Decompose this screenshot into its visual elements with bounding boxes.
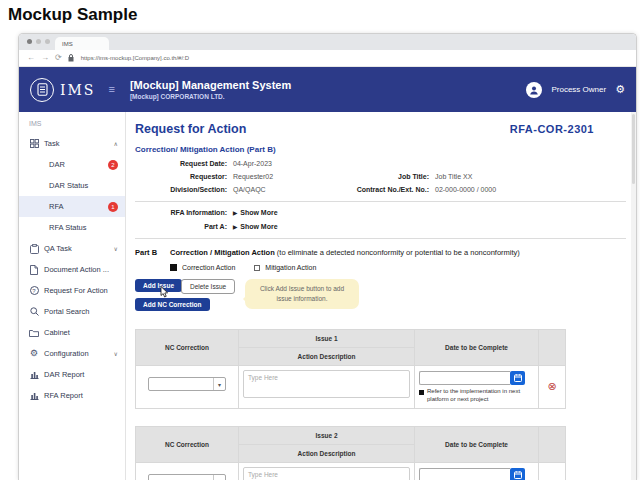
job-title-label: Job Title: bbox=[341, 173, 429, 180]
rfa-information-label: RFA Information: bbox=[135, 209, 227, 216]
user-avatar[interactable] bbox=[526, 82, 542, 98]
mouse-cursor-icon bbox=[160, 286, 169, 298]
sidebar: IMS Task ∧ DAR 2 DAR Status RFA 1 RFA St… bbox=[19, 112, 126, 480]
sidebar-item-request-for-action[interactable]: ? Request For Action bbox=[19, 280, 125, 301]
refer-implementation-checkbox[interactable] bbox=[419, 390, 424, 395]
browser-tab[interactable]: IMS bbox=[55, 37, 109, 50]
sidebar-item-label: QA Task bbox=[44, 244, 72, 253]
action-description-input[interactable] bbox=[243, 370, 410, 398]
scrollbar[interactable] bbox=[631, 112, 636, 480]
tab-title: IMS bbox=[62, 41, 73, 47]
help-circle-icon: ? bbox=[29, 286, 39, 296]
window-dot[interactable] bbox=[27, 39, 32, 44]
hamburger-menu-icon[interactable]: ≡ bbox=[108, 84, 114, 95]
date-complete-column-header: Date to be Complete bbox=[415, 426, 539, 462]
tooltip-bubble: Click Add Issue button to add issue info… bbox=[245, 279, 359, 309]
field-row: Request Date: 04-Apr-2023 bbox=[135, 160, 626, 167]
sidebar-item-label: Document Action ... bbox=[44, 265, 109, 274]
requestor-label: Requestor: bbox=[135, 173, 227, 180]
folder-icon bbox=[29, 328, 39, 338]
sidebar-item-label: DAR Status bbox=[49, 181, 88, 190]
show-more-label: Show More bbox=[240, 209, 277, 216]
date-complete-column-header: Date to be Complete bbox=[415, 330, 539, 366]
reload-icon[interactable]: ⟳ bbox=[55, 54, 62, 62]
calendar-icon bbox=[514, 471, 522, 479]
chevron-down-icon: ∨ bbox=[114, 350, 118, 357]
collapsed-row: RFA Information: ▶ Show More bbox=[135, 209, 626, 216]
contract-value: 02-000-0000 / 0000 bbox=[435, 186, 496, 193]
calendar-icon bbox=[514, 374, 522, 382]
chevron-down-icon: ∨ bbox=[114, 245, 118, 252]
forward-icon[interactable]: → bbox=[41, 54, 49, 62]
part-a-show-more[interactable]: ▶ Show More bbox=[233, 223, 278, 230]
issue-1-row: ▾ bbox=[136, 366, 566, 409]
scrollbar-thumb[interactable] bbox=[632, 114, 635, 184]
sidebar-item-qa-task[interactable]: QA Task ∨ bbox=[19, 238, 125, 259]
refer-implementation-note: Refer to the implementation in next plat… bbox=[427, 388, 534, 404]
sidebar-item-dar-status[interactable]: DAR Status bbox=[19, 175, 125, 196]
bar-chart-icon bbox=[29, 370, 39, 380]
rfa-info-show-more[interactable]: ▶ Show More bbox=[233, 209, 278, 216]
url-text[interactable]: https://ims-mockup.[Company].co.th/#/:D bbox=[81, 55, 189, 61]
date-complete-input[interactable] bbox=[419, 468, 510, 480]
sidebar-item-label: Task bbox=[44, 139, 59, 148]
play-icon: ▶ bbox=[233, 224, 237, 230]
sidebar-item-rfa[interactable]: RFA 1 bbox=[19, 196, 125, 217]
nc-correction-column-header: NC Correction bbox=[136, 330, 239, 366]
gear-icon: ⚙ bbox=[29, 349, 39, 359]
sidebar-item-portal-search[interactable]: Portal Search bbox=[19, 301, 125, 322]
sidebar-item-document-action[interactable]: Document Action ... bbox=[19, 259, 125, 280]
app-titleblock: [Mockup] Management System [Mockup] CORP… bbox=[130, 79, 291, 100]
sidebar-item-label: RFA bbox=[49, 202, 64, 211]
sidebar-section-label: IMS bbox=[19, 117, 125, 133]
window-dot[interactable] bbox=[45, 39, 50, 44]
notification-badge: 1 bbox=[108, 202, 118, 212]
settings-gear-icon[interactable]: ⚙ bbox=[615, 84, 625, 95]
add-nc-correction-button[interactable]: Add NC Correction bbox=[135, 298, 210, 311]
lock-icon bbox=[68, 54, 74, 62]
sidebar-item-label: Request For Action bbox=[44, 286, 108, 295]
issue-1-table: NC Correction Issue 1 Date to be Complet… bbox=[135, 329, 566, 409]
collapsed-row: Part A: ▶ Show More bbox=[135, 223, 626, 230]
sidebar-item-configuration[interactable]: ⚙ Configuration ∨ bbox=[19, 343, 125, 364]
part-b-heading: Correction / Mitigation Action bbox=[170, 248, 275, 257]
user-role-label[interactable]: Process Owner bbox=[551, 85, 606, 94]
window-controls[interactable] bbox=[27, 39, 50, 44]
grid-icon bbox=[29, 139, 39, 149]
correction-action-checkbox[interactable] bbox=[170, 264, 177, 271]
sidebar-item-label: Portal Search bbox=[44, 307, 89, 316]
sidebar-item-rfa-report[interactable]: RFA Report bbox=[19, 385, 125, 406]
app-header: IMS ≡ [Mockup] Management System [Mockup… bbox=[19, 67, 636, 112]
back-icon[interactable]: ← bbox=[27, 54, 35, 62]
calendar-button[interactable] bbox=[510, 468, 525, 480]
main-content: Request for Action RFA-COR-2301 Correcti… bbox=[126, 112, 636, 480]
chevron-up-icon: ∧ bbox=[114, 140, 118, 147]
action-description-column-header: Action Description bbox=[239, 444, 415, 462]
sidebar-item-dar-report[interactable]: DAR Report bbox=[19, 364, 125, 385]
delete-column-header bbox=[539, 330, 566, 366]
job-title-value: Job Title XX bbox=[435, 173, 472, 180]
divider bbox=[135, 201, 626, 202]
issue-buttons-row: Add Issue Delete Issue Add NC Correction… bbox=[135, 279, 626, 317]
sidebar-item-dar[interactable]: DAR 2 bbox=[19, 154, 125, 175]
mitigation-action-label: Mitigation Action bbox=[265, 264, 316, 271]
sidebar-item-cabinet[interactable]: Cabinet bbox=[19, 322, 125, 343]
sidebar-item-task[interactable]: Task ∧ bbox=[19, 133, 125, 154]
nc-correction-select[interactable]: ▾ bbox=[148, 474, 226, 480]
app-subtitle: [Mockup] CORPORATION LTD. bbox=[130, 93, 291, 100]
sidebar-item-label: DAR bbox=[49, 160, 65, 169]
delete-issue-button[interactable]: Delete Issue bbox=[181, 279, 235, 294]
nc-correction-select[interactable]: ▾ bbox=[148, 377, 226, 391]
window-dot[interactable] bbox=[36, 39, 41, 44]
browser-tabbar: IMS bbox=[19, 34, 636, 50]
browser-urlbar: ← → ⟳ https://ims-mockup.[Company].co.th… bbox=[19, 50, 636, 67]
action-description-input[interactable] bbox=[243, 467, 410, 480]
add-issue-button[interactable]: Add Issue bbox=[135, 279, 182, 292]
calendar-button[interactable] bbox=[510, 371, 525, 385]
date-complete-input[interactable] bbox=[419, 371, 510, 385]
notification-badge: 2 bbox=[108, 160, 118, 170]
mitigation-action-checkbox[interactable] bbox=[254, 265, 260, 271]
sidebar-item-rfa-status[interactable]: RFA Status bbox=[19, 217, 125, 238]
chevron-down-icon: ▾ bbox=[213, 475, 225, 480]
delete-row-icon[interactable]: ⊗ bbox=[547, 380, 556, 392]
